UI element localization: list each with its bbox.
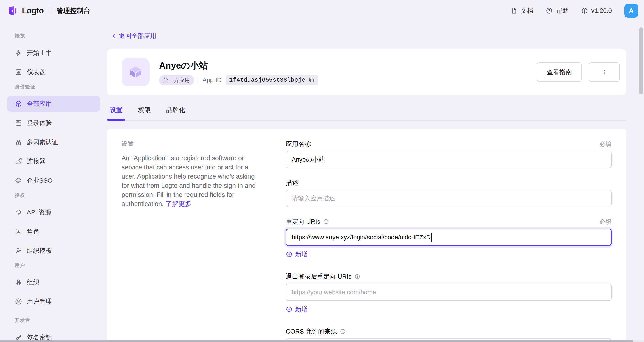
redirect-uris-label-text: 重定向 URIs <box>286 217 320 226</box>
add-post-logout-uri-button[interactable]: 新增 <box>286 305 308 314</box>
description-label: 描述 <box>286 179 298 187</box>
document-icon <box>510 7 518 14</box>
sidebar-item-mfa[interactable]: 多因素认证 <box>7 134 100 150</box>
sidebar-item-connectors[interactable]: 连接器 <box>7 154 100 169</box>
view-guide-button[interactable]: 查看指南 <box>537 62 582 82</box>
cors-allowed-origins-label: CORS 允许的来源 <box>286 327 346 336</box>
section-label-authentication: 身份验证 <box>15 83 107 90</box>
text-caret <box>431 233 432 242</box>
help-icon <box>546 7 553 14</box>
plus-circle-icon <box>286 251 292 258</box>
tab-permissions[interactable]: 权限 <box>136 106 153 120</box>
sidebar-item-applications[interactable]: 全部应用 <box>7 96 100 112</box>
back-to-applications-link[interactable]: 返回全部应用 <box>111 32 156 40</box>
cube-icon <box>15 100 22 108</box>
more-actions-button[interactable] <box>589 62 620 82</box>
info-icon[interactable] <box>354 274 360 280</box>
vertical-scrollbar-thumb[interactable] <box>639 27 643 94</box>
settings-card: 设置 An "Application" is a registered soft… <box>107 129 626 342</box>
avatar[interactable]: A <box>624 4 638 18</box>
app-name-label: 应用名称 <box>286 140 311 148</box>
topbar: Logto 管理控制台 文档 帮助 <box>0 0 644 21</box>
sidebar-item-label: 角色 <box>27 227 39 236</box>
required-badge: 必填 <box>600 140 612 148</box>
docs-link[interactable]: 文档 <box>510 6 533 15</box>
sidebar-item-roles[interactable]: 角色 <box>7 224 100 239</box>
help-label: 帮助 <box>556 6 568 15</box>
tab-bar: 设置 权限 品牌化 <box>107 95 626 121</box>
settings-description-column: 设置 An "Application" is a registered soft… <box>122 140 264 341</box>
sidebar-item-label: 全部应用 <box>27 100 52 108</box>
sidebar-item-sign-in-experience[interactable]: 登录体验 <box>7 115 100 131</box>
cors-label-text: CORS 允许的来源 <box>286 327 337 336</box>
section-label-authorization: 授权 <box>15 192 107 199</box>
sidebar-item-label: 多因素认证 <box>27 138 58 146</box>
post-logout-redirect-uris-label: 退出登录后重定向 URIs <box>286 272 360 281</box>
post-logout-label-text: 退出登录后重定向 URIs <box>286 272 352 281</box>
connector-icon <box>15 158 22 165</box>
console-title: 管理控制台 <box>56 6 90 15</box>
topbar-divider <box>50 6 50 15</box>
logo[interactable]: Logto <box>7 5 44 16</box>
copy-icon[interactable] <box>308 77 314 83</box>
post-logout-redirect-uri-input[interactable] <box>286 284 612 301</box>
role-icon <box>15 228 22 235</box>
settings-section-title: 设置 <box>122 140 264 148</box>
main-content: 返回全部应用 Anyeの小站 第三方应用 App ID 1f4tduasj655… <box>107 21 626 342</box>
sidebar-item-label: 组织模板 <box>27 247 52 255</box>
app-id-label: App ID <box>202 77 222 84</box>
sidebar-item-enterprise-sso[interactable]: 企业SSO <box>7 173 100 188</box>
redirect-uris-label: 重定向 URIs <box>286 217 329 226</box>
redirect-uri-value: https://www.anye.xyz/login/social/code/o… <box>292 234 430 241</box>
section-label-developers: 开发者 <box>15 317 107 324</box>
org-template-icon <box>15 247 22 255</box>
info-icon[interactable] <box>340 328 346 335</box>
logo-text: Logto <box>22 6 44 15</box>
back-label: 返回全部应用 <box>119 32 156 40</box>
help-link[interactable]: 帮助 <box>546 6 568 15</box>
app-logo <box>122 58 150 86</box>
sidebar-item-label: 开始上手 <box>27 49 52 57</box>
sidebar-item-user-management[interactable]: 用户管理 <box>7 294 100 310</box>
field-redirect-uris: 重定向 URIs 必填 https://www.anye.xyz/login/s… <box>286 217 612 259</box>
version-indicator[interactable]: v1.20.0 <box>581 7 612 14</box>
settings-section-description: An "Application" is a registered softwar… <box>122 154 264 209</box>
app-id-copy-box[interactable]: 1f4tduasj655st38lbpje <box>226 75 318 85</box>
sidebar-item-label: 企业SSO <box>27 176 52 185</box>
package-icon <box>581 7 588 14</box>
learn-more-link[interactable]: 了解更多 <box>166 200 192 207</box>
sidebar-item-organizations[interactable]: 组织 <box>7 275 100 290</box>
app-name-input[interactable] <box>286 151 612 168</box>
api-resource-icon <box>15 209 22 216</box>
sidebar-item-label: 登录体验 <box>27 119 52 127</box>
docs-label: 文档 <box>521 6 533 15</box>
lock-icon <box>15 138 22 146</box>
logto-logo-icon <box>7 5 18 16</box>
app-type-badge: 第三方应用 <box>159 75 194 85</box>
tab-branding[interactable]: 品牌化 <box>164 106 188 120</box>
section-label-users: 用户 <box>15 262 107 269</box>
description-input[interactable] <box>286 190 612 207</box>
plus-circle-icon <box>286 306 292 313</box>
dashboard-icon <box>15 68 22 76</box>
horizontal-scrollbar-thumb[interactable] <box>0 340 633 342</box>
horizontal-scrollbar-track[interactable] <box>0 340 644 342</box>
meta-divider <box>198 76 198 84</box>
chevron-left-icon <box>111 33 117 39</box>
tab-settings[interactable]: 设置 <box>107 106 125 120</box>
sidebar-item-label: 组织 <box>27 278 39 287</box>
sidebar-item-api-resources[interactable]: API 资源 <box>7 205 100 220</box>
kebab-menu-icon <box>601 69 608 75</box>
info-icon[interactable] <box>323 219 329 225</box>
field-description: 描述 <box>286 179 612 207</box>
sidebar-item-organization-template[interactable]: 组织模板 <box>7 243 100 259</box>
sidebar-item-get-started[interactable]: 开始上手 <box>7 45 100 61</box>
sidebar: 概览 开始上手 仪表盘 身份验证 <box>0 21 107 342</box>
add-redirect-uri-button[interactable]: 新增 <box>286 250 308 259</box>
sidebar-item-label: 用户管理 <box>27 297 52 306</box>
field-app-name: 应用名称 必填 <box>286 140 612 168</box>
redirect-uri-input[interactable]: https://www.anye.xyz/login/social/code/o… <box>286 229 612 246</box>
app-id-value: 1f4tduasj655st38lbpje <box>229 77 305 83</box>
app-header-card: Anyeの小站 第三方应用 App ID 1f4tduasj655st38lbp… <box>107 49 626 95</box>
sidebar-item-dashboard[interactable]: 仪表盘 <box>7 64 100 80</box>
